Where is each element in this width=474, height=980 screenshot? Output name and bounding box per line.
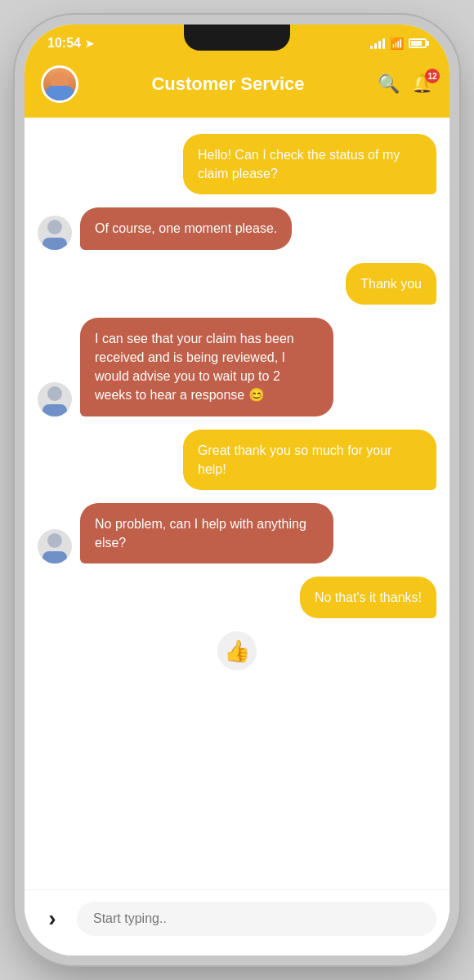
reaction-emoji: 👍 <box>224 639 250 664</box>
phone-wrapper: 10:54 ➤ 📶 <box>0 0 474 980</box>
search-icon[interactable]: 🔍 <box>378 74 400 95</box>
message-text: Hello! Can I check the status of my clai… <box>198 148 400 180</box>
reaction-row: 👍 <box>38 631 436 670</box>
header-actions: 🔍 🔔 12 <box>378 74 433 95</box>
status-icons: 📶 <box>370 37 427 50</box>
battery-icon <box>409 38 427 48</box>
status-time: 10:54 ➤ <box>47 36 94 51</box>
message-row: I can see that your claim has been recei… <box>38 318 436 416</box>
message-row: Great thank you so much for your help! <box>38 430 436 490</box>
message-text: No that's it thanks! <box>315 590 422 604</box>
chat-area[interactable]: Hello! Can I check the status of my clai… <box>25 118 449 889</box>
time-display: 10:54 <box>47 36 81 51</box>
message-row: Hello! Can I check the status of my clai… <box>38 134 436 194</box>
chat-input[interactable] <box>77 902 436 936</box>
message-row: Of course, one moment please. <box>38 207 436 249</box>
message-text: No problem, can I help with anything els… <box>95 517 306 550</box>
message-text: Great thank you so much for your help! <box>198 443 391 476</box>
message-text: Thank you <box>360 277 422 291</box>
sent-bubble: Hello! Can I check the status of my clai… <box>183 134 436 194</box>
signal-bars <box>370 38 385 49</box>
send-arrow-icon: › <box>48 906 56 932</box>
notification-button[interactable]: 🔔 12 <box>411 74 433 95</box>
message-row: No that's it thanks! <box>38 577 436 618</box>
received-bubble: I can see that your claim has been recei… <box>80 318 333 416</box>
phone-frame: 10:54 ➤ 📶 <box>25 24 449 956</box>
agent-avatar <box>38 216 72 250</box>
received-bubble: Of course, one moment please. <box>80 207 292 249</box>
location-icon: ➤ <box>85 38 94 50</box>
input-bar: › <box>25 889 449 956</box>
send-button[interactable]: › <box>38 904 67 933</box>
message-text: Of course, one moment please. <box>95 221 277 235</box>
chat-header: Customer Service 🔍 🔔 12 <box>25 57 449 118</box>
user-avatar[interactable] <box>41 65 78 103</box>
agent-avatar <box>38 382 72 416</box>
chat-title: Customer Service <box>78 74 378 95</box>
sent-bubble: Great thank you so much for your help! <box>183 430 436 490</box>
thumbs-up-reaction[interactable]: 👍 <box>217 631 257 670</box>
notification-badge: 12 <box>425 69 440 83</box>
message-row: Thank you <box>38 263 436 305</box>
message-row: No problem, can I help with anything els… <box>38 503 436 564</box>
sent-bubble: Thank you <box>346 263 436 305</box>
agent-avatar <box>38 529 72 564</box>
avatar-image <box>43 68 76 100</box>
sent-bubble: No that's it thanks! <box>300 577 436 618</box>
received-bubble: No problem, can I help with anything els… <box>80 503 333 564</box>
phone-notch <box>184 24 290 51</box>
wifi-icon: 📶 <box>390 37 404 50</box>
message-text: I can see that your claim has been recei… <box>95 332 294 403</box>
